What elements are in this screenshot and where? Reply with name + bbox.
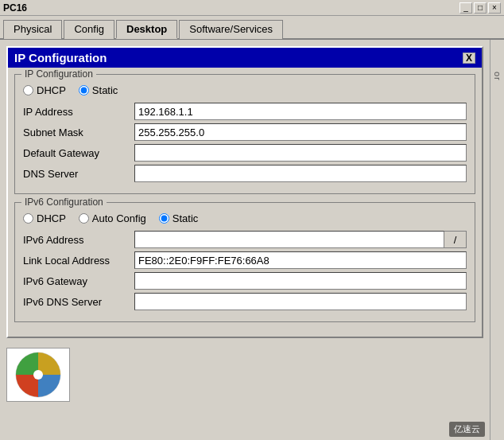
main-content: IP Configuration X IP Configuration DHCP	[0, 40, 504, 440]
dialog-title-text: IP Configuration	[14, 51, 107, 64]
close-window-button[interactable]: ×	[488, 2, 501, 14]
ipv6-address-row: IPv6 Address /	[23, 231, 467, 248]
ipv6-auto-config-radio[interactable]	[79, 213, 89, 224]
ipv4-group-label: IP Configuration	[21, 68, 96, 80]
tab-software-services[interactable]: Software/Services	[179, 20, 283, 39]
right-panel-label: or	[493, 72, 502, 81]
ipv6-static-option[interactable]: Static	[159, 212, 199, 224]
default-gateway-input[interactable]	[134, 144, 467, 162]
title-bar: PC16 _ □ ×	[0, 0, 504, 16]
ipv6-prefix-suffix: /	[444, 231, 467, 248]
minimize-button[interactable]: _	[459, 2, 472, 14]
subnet-mask-label: Subnet Mask	[23, 127, 134, 138]
cisco-logo	[14, 351, 62, 399]
ip-config-dialog: IP Configuration X IP Configuration DHCP	[6, 46, 483, 338]
ipv6-dhcp-radio[interactable]	[23, 213, 33, 224]
link-local-address-label: Link Local Address	[23, 255, 134, 267]
bottom-area	[6, 345, 483, 408]
ipv4-dhcp-radio[interactable]	[23, 85, 33, 95]
tab-bar: Physical Config Desktop Software/Service…	[0, 16, 504, 40]
link-local-address-row: Link Local Address	[23, 251, 467, 269]
dialog-title-bar: IP Configuration X	[8, 48, 482, 68]
tab-desktop[interactable]: Desktop	[116, 20, 177, 39]
ipv4-static-option[interactable]: Static	[79, 84, 118, 96]
ipv6-dns-server-label: IPv6 DNS Server	[23, 296, 134, 308]
maximize-button[interactable]: □	[474, 2, 487, 14]
default-gateway-row: Default Gateway	[23, 144, 467, 162]
ipv6-dns-server-input[interactable]	[134, 293, 467, 310]
ip-address-label: IP Address	[23, 106, 134, 118]
ipv6-dns-server-row: IPv6 DNS Server	[23, 293, 467, 310]
default-gateway-label: Default Gateway	[23, 147, 134, 159]
ipv6-gateway-input[interactable]	[134, 272, 467, 290]
dialog-body: IP Configuration DHCP Static IP Address	[8, 68, 482, 337]
ipv4-group: IP Configuration DHCP Static IP Address	[14, 74, 475, 194]
ipv6-address-label: IPv6 Address	[23, 234, 134, 246]
window-title: PC16	[3, 2, 27, 14]
ipv4-static-radio[interactable]	[79, 85, 89, 95]
ipv6-group: IPv6 Configuration DHCP Auto Config	[14, 202, 475, 322]
ipv6-group-label: IPv6 Configuration	[21, 197, 107, 208]
left-panel: IP Configuration X IP Configuration DHCP	[0, 40, 490, 440]
ip-address-row: IP Address	[23, 103, 467, 120]
subnet-mask-row: Subnet Mask	[23, 123, 467, 141]
ip-address-input[interactable]	[134, 103, 467, 120]
ipv4-radio-row: DHCP Static	[23, 84, 467, 96]
ipv6-dhcp-option[interactable]: DHCP	[23, 212, 66, 224]
ipv6-gateway-label: IPv6 Gateway	[23, 275, 134, 287]
window-controls: _ □ ×	[459, 2, 501, 14]
dialog-close-button[interactable]: X	[463, 53, 475, 64]
tab-physical[interactable]: Physical	[3, 20, 62, 39]
watermark: 亿速云	[449, 422, 485, 437]
dns-server-input[interactable]	[134, 165, 467, 182]
ipv6-auto-config-option[interactable]: Auto Config	[79, 212, 146, 224]
logo-box	[6, 348, 70, 402]
ipv6-address-field-container: /	[134, 231, 467, 248]
svg-point-1	[33, 370, 43, 380]
right-panel: or	[490, 40, 504, 440]
subnet-mask-input[interactable]	[134, 123, 467, 141]
ipv6-static-radio[interactable]	[159, 213, 169, 224]
ipv6-radio-row: DHCP Auto Config Static	[23, 212, 467, 224]
link-local-address-input[interactable]	[134, 251, 467, 269]
ipv4-dhcp-option[interactable]: DHCP	[23, 84, 66, 96]
tab-config[interactable]: Config	[64, 20, 114, 39]
ipv6-gateway-row: IPv6 Gateway	[23, 272, 467, 290]
ipv6-address-input[interactable]	[134, 231, 444, 248]
dns-server-row: DNS Server	[23, 165, 467, 182]
dns-server-label: DNS Server	[23, 168, 134, 180]
